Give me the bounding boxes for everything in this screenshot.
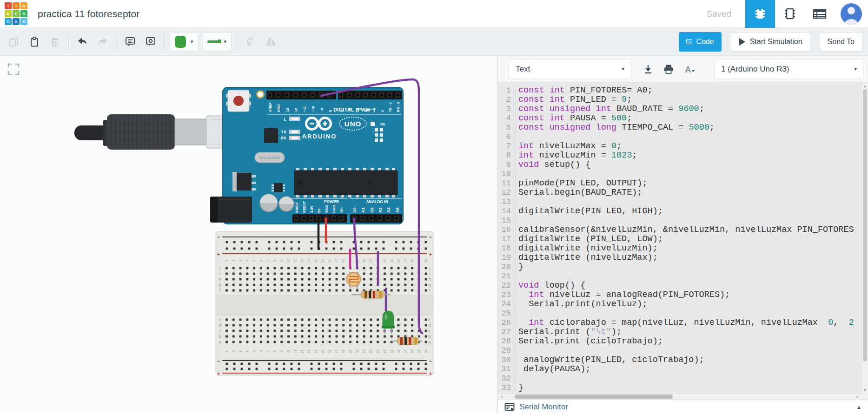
svg-text:20: 20 bbox=[356, 349, 359, 353]
led-l-lens bbox=[292, 118, 298, 120]
svg-text:30: 30 bbox=[424, 259, 428, 263]
scroll-right-arrow[interactable]: › bbox=[854, 394, 861, 400]
breadboard[interactable]: 1122334455667788991010111112121313141415… bbox=[216, 231, 433, 376]
center-channel bbox=[216, 296, 433, 315]
logo-tile: R bbox=[20, 10, 27, 17]
copy-button[interactable] bbox=[4, 32, 24, 52]
rotate-button[interactable] bbox=[240, 32, 261, 52]
vertical-scroll-thumb[interactable] bbox=[863, 89, 867, 361]
font-size-button[interactable]: A bbox=[679, 59, 699, 79]
tinkercad-logo[interactable]: TINKERCAD bbox=[5, 2, 27, 25]
code-button[interactable]: Code bbox=[679, 32, 722, 52]
svg-text:GND: GND bbox=[332, 205, 336, 213]
svg-text:a: a bbox=[219, 340, 221, 344]
toggle-notes-visibility-button[interactable] bbox=[140, 32, 161, 52]
svg-text:A4: A4 bbox=[386, 207, 391, 213]
horizontal-scroll-thumb[interactable] bbox=[515, 394, 673, 399]
svg-text:27: 27 bbox=[404, 349, 407, 353]
breadboard-view-button[interactable] bbox=[745, 0, 775, 28]
svg-text:+: + bbox=[217, 251, 220, 257]
svg-text:+: + bbox=[217, 371, 220, 376]
svg-text:AREF: AREF bbox=[268, 102, 272, 112]
zoom-to-fit-button[interactable] bbox=[7, 62, 20, 76]
line-number: 9 bbox=[498, 160, 516, 170]
svg-text:28: 28 bbox=[411, 259, 414, 263]
notes-button[interactable] bbox=[120, 32, 140, 52]
code-text[interactable]: 1const int PIN_FOTORES= A0;2const int PI… bbox=[498, 83, 861, 393]
logo-tile: D bbox=[20, 18, 27, 25]
svg-text:~11: ~11 bbox=[303, 106, 307, 112]
design-title[interactable]: practica 11 fotoreseptor bbox=[38, 8, 139, 20]
chevron-down-icon: ▾ bbox=[622, 66, 624, 72]
wire-type-dropdown[interactable]: ▾ bbox=[202, 33, 232, 51]
start-simulation-button[interactable]: Start Simulation bbox=[731, 32, 810, 52]
svg-text:13: 13 bbox=[285, 108, 290, 112]
schematic-view-button[interactable] bbox=[775, 0, 805, 28]
svg-text:A2: A2 bbox=[370, 207, 374, 213]
toolbar-separator bbox=[68, 34, 69, 50]
svg-text:j: j bbox=[429, 266, 430, 270]
logo-tile: E bbox=[13, 10, 20, 17]
send-to-button[interactable]: Send To bbox=[820, 32, 862, 52]
scroll-up-arrow[interactable]: ▴ bbox=[862, 83, 868, 89]
line-number: 27 bbox=[498, 328, 516, 337]
svg-text:~9: ~9 bbox=[320, 108, 324, 112]
line-number: 25 bbox=[498, 309, 516, 318]
line-number: 30 bbox=[498, 355, 516, 365]
svg-text:10: 10 bbox=[287, 349, 290, 353]
svg-text:16: 16 bbox=[328, 259, 331, 263]
svg-text:g: g bbox=[428, 283, 431, 287]
vertical-scrollbar[interactable]: ▴ ▾ bbox=[861, 83, 868, 393]
avatar[interactable] bbox=[841, 3, 862, 25]
line-number: 13 bbox=[498, 197, 516, 207]
board-select-dropdown[interactable]: 1 (Arduino Uno R3) ▾ bbox=[714, 59, 864, 79]
svg-text:10: 10 bbox=[287, 259, 290, 263]
delete-button[interactable] bbox=[45, 32, 65, 52]
scroll-left-arrow[interactable]: ‹ bbox=[499, 394, 505, 400]
download-code-button[interactable] bbox=[638, 59, 658, 79]
line-number: 4 bbox=[498, 114, 516, 123]
list-icon bbox=[812, 6, 828, 22]
line-number: 10 bbox=[498, 170, 516, 179]
paste-button[interactable] bbox=[24, 32, 45, 52]
horizontal-scrollbar[interactable]: ‹ › bbox=[498, 393, 861, 400]
svg-text:12: 12 bbox=[301, 349, 304, 353]
analog-header[interactable] bbox=[350, 214, 402, 223]
circuit-canvas[interactable]: AREFGND1312~11~10~987~6~54~32TX→1RX←0IOR… bbox=[0, 56, 497, 414]
serial-monitor-icon bbox=[504, 402, 515, 412]
line-number: 18 bbox=[498, 244, 516, 253]
arduino-uno[interactable]: AREFGND1312~11~10~987~6~54~32TX→1RX←0IOR… bbox=[210, 87, 403, 224]
svg-text:25: 25 bbox=[390, 259, 393, 263]
mounting-hole bbox=[257, 91, 264, 98]
code-panel: Text ▾ A bbox=[497, 56, 868, 414]
undo-icon bbox=[76, 36, 88, 47]
line-number: 7 bbox=[498, 142, 516, 151]
svg-text:6: 6 bbox=[259, 350, 263, 352]
undo-button[interactable] bbox=[72, 32, 93, 52]
line-number: 31 bbox=[498, 365, 516, 374]
svg-text:8: 8 bbox=[328, 110, 332, 112]
digital-label: DIGITAL (PWM~) bbox=[333, 107, 375, 112]
reset-button[interactable] bbox=[226, 90, 251, 112]
svg-text:22: 22 bbox=[369, 259, 372, 263]
code-icon bbox=[686, 37, 692, 47]
code-mode-dropdown[interactable]: Text ▾ bbox=[509, 59, 631, 79]
svg-text:13: 13 bbox=[307, 259, 311, 263]
serial-monitor-bar[interactable]: Serial Monitor ▲ bbox=[498, 400, 868, 414]
mirror-button[interactable] bbox=[261, 32, 281, 52]
line-number: 8 bbox=[498, 151, 516, 160]
component-list-view-button[interactable] bbox=[805, 0, 835, 28]
print-code-button[interactable] bbox=[658, 59, 679, 79]
redo-button[interactable] bbox=[93, 32, 113, 52]
component-color-dropdown[interactable]: ▾ bbox=[170, 33, 199, 51]
scroll-down-arrow[interactable]: ▾ bbox=[862, 387, 868, 393]
led-tx-lens bbox=[292, 131, 298, 133]
toolbar: ▾ ▾ Code Start Sim bbox=[0, 28, 868, 56]
collapse-arrow-icon[interactable]: ▲ bbox=[856, 404, 861, 410]
circuit-drawing[interactable]: AREFGND1312~11~10~987~6~54~32TX→1RX←0IOR… bbox=[0, 56, 497, 414]
logo-tile: N bbox=[20, 2, 27, 9]
chip-outline-icon bbox=[782, 6, 798, 22]
line-number: 28 bbox=[498, 337, 516, 346]
avatar-body-icon bbox=[844, 19, 858, 25]
start-simulation-label: Start Simulation bbox=[750, 38, 802, 46]
